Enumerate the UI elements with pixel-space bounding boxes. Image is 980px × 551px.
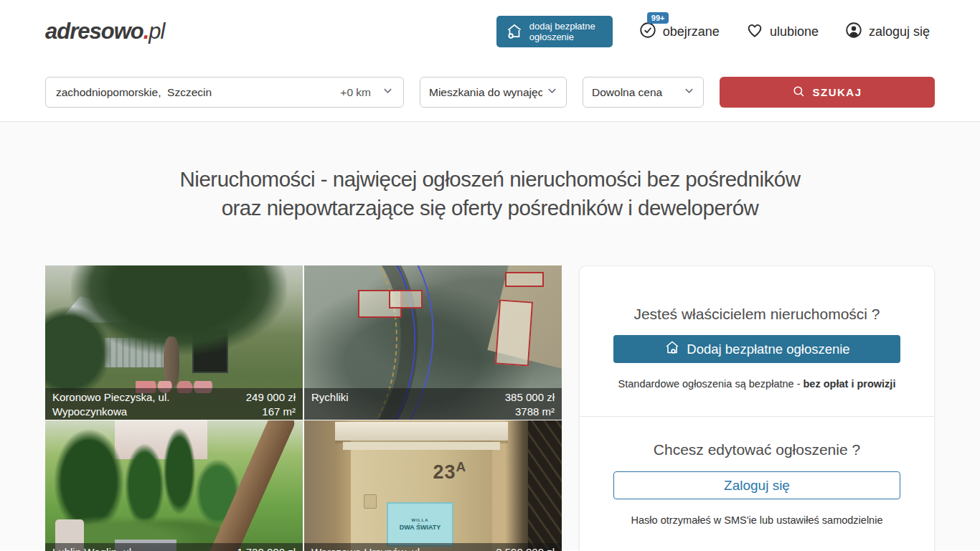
listing-price: 249 000 zł bbox=[246, 391, 296, 403]
owner-note-normal: Standardowe ogłoszenia są bezpłatne - bbox=[618, 378, 804, 390]
listing-area: 167 m² bbox=[262, 405, 296, 418]
add-listing-label: dodaj bezpłatne ogłoszenie bbox=[529, 21, 604, 42]
owner-panel: Jesteś właścicielem nieruchomości ? Doda… bbox=[579, 265, 935, 551]
listing-card[interactable]: Lublin Węglin, ul. 1 720 000 zł bbox=[45, 420, 303, 551]
viewed-count-badge: 99+ bbox=[647, 12, 669, 24]
listing-area: 3788 m² bbox=[515, 405, 555, 418]
heart-icon bbox=[745, 21, 764, 43]
favorites-label: ulubione bbox=[770, 24, 819, 39]
location-input[interactable] bbox=[56, 86, 340, 99]
search-icon bbox=[792, 85, 806, 100]
page-title-line1: Nieruchomości - najwięcej ogłoszeń nieru… bbox=[180, 167, 801, 191]
main-content: Nieruchomości - najwięcej ogłoszeń nieru… bbox=[0, 122, 980, 550]
photo-shape bbox=[528, 420, 562, 551]
chevron-down-icon[interactable] bbox=[382, 85, 393, 99]
photo-house-number: 23A bbox=[433, 459, 467, 484]
add-free-listing-label: Dodaj bezpłatne ogłoszenie bbox=[687, 342, 849, 357]
chevron-down-icon bbox=[684, 85, 694, 99]
listing-price-area: 249 000 zł 167 m² bbox=[246, 390, 296, 420]
listing-price-area: 1 720 000 zł bbox=[237, 545, 296, 551]
photo-shape bbox=[505, 272, 544, 288]
login-menu-item[interactable]: zaloguj się bbox=[844, 21, 930, 43]
chevron-down-icon bbox=[547, 85, 557, 99]
page-title-line2: oraz niepowtarzające się oferty pośredni… bbox=[222, 196, 759, 220]
photo-shape bbox=[495, 300, 533, 367]
listing-title: Rychliki bbox=[311, 390, 349, 420]
listings-grid: Koronowo Pieczyska, ul. Wypoczynkowa 249… bbox=[45, 265, 562, 551]
photo-plaque: WILLA DWA ŚWIATY bbox=[387, 502, 453, 547]
search-button-label: SZUKAJ bbox=[812, 86, 862, 98]
owner-note: Standardowe ogłoszenia są bezpłatne - be… bbox=[580, 378, 934, 390]
photo-shape bbox=[164, 336, 179, 387]
photo-shape bbox=[343, 442, 500, 450]
house-plus-icon bbox=[664, 339, 681, 359]
person-circle-icon bbox=[844, 21, 863, 43]
listing-price-area: 385 000 zł 3788 m² bbox=[505, 390, 555, 420]
photo-shape bbox=[71, 265, 288, 355]
edit-heading: Chcesz edytować ogłoszenie ? bbox=[580, 441, 934, 458]
photo-house-letter: A bbox=[456, 459, 467, 474]
price-value: Dowolna cena bbox=[592, 86, 679, 99]
topbar-actions: dodaj bezpłatne ogłoszenie 99+ obejrzane bbox=[496, 0, 930, 63]
listing-price: 385 000 zł bbox=[505, 391, 555, 403]
house-plus-icon bbox=[505, 22, 524, 42]
photo-house-number-digits: 23 bbox=[433, 461, 456, 483]
radius-value[interactable]: +0 km bbox=[340, 86, 371, 99]
listing-title: Warszawa Ursynów, ul. bbox=[311, 545, 423, 551]
top-bar: adresowo.pl dodaj bezpłatne ogłoszenie 9… bbox=[0, 0, 980, 63]
listing-title: Lublin Węglin, ul. bbox=[52, 545, 134, 551]
owner-heading: Jesteś właścicielem nieruchomości ? bbox=[580, 306, 934, 323]
check-circle-icon bbox=[639, 21, 657, 43]
listing-overlay: Koronowo Pieczyska, ul. Wypoczynkowa 249… bbox=[45, 388, 303, 420]
login-button[interactable]: Zaloguj się bbox=[613, 471, 900, 499]
plaque-line2: DWA ŚWIATY bbox=[400, 524, 441, 531]
add-free-listing-button[interactable]: Dodaj bezpłatne ogłoszenie bbox=[613, 335, 900, 363]
listing-price: 2 590 000 zł bbox=[496, 546, 555, 551]
viewed-label: obejrzane bbox=[663, 24, 720, 39]
listing-card[interactable]: 23A WILLA DWA ŚWIATY Warszawa Ursynów, u… bbox=[304, 420, 562, 551]
category-select[interactable]: Mieszkania do wynajęcia bbox=[420, 77, 567, 108]
listing-overlay: Warszawa Ursynów, ul. 2 590 000 zł bbox=[304, 543, 562, 551]
listing-card[interactable]: Rychliki 385 000 zł 3788 m² bbox=[304, 265, 562, 420]
owner-note-bold: bez opłat i prowizji bbox=[804, 378, 896, 390]
viewed-menu-item[interactable]: 99+ obejrzane bbox=[639, 21, 720, 43]
location-box: +0 km bbox=[45, 77, 404, 108]
photo-shape bbox=[389, 290, 423, 309]
edit-note: Hasło otrzymałeś w SMS'ie lub ustawiłeś … bbox=[580, 514, 934, 526]
logo-tld: pl bbox=[149, 19, 164, 44]
content-row: Koronowo Pieczyska, ul. Wypoczynkowa 249… bbox=[45, 265, 562, 551]
category-value: Mieszkania do wynajęcia bbox=[429, 86, 542, 99]
page: adresowo.pl dodaj bezpłatne ogłoszenie 9… bbox=[0, 0, 980, 551]
photo-shape bbox=[364, 494, 377, 508]
listing-overlay: Lublin Węglin, ul. 1 720 000 zł bbox=[45, 543, 303, 551]
login-label: zaloguj się bbox=[869, 24, 930, 39]
listing-card[interactable]: Koronowo Pieczyska, ul. Wypoczynkowa 249… bbox=[45, 265, 303, 420]
listing-overlay: Rychliki 385 000 zł 3788 m² bbox=[304, 388, 562, 420]
listing-price: 1 720 000 zł bbox=[237, 546, 296, 551]
favorites-menu-item[interactable]: ulubione bbox=[745, 21, 819, 43]
photo-shape bbox=[335, 422, 508, 441]
logo[interactable]: adresowo.pl bbox=[45, 19, 164, 44]
search-bar: +0 km Mieszkania do wynajęcia Dowolna ce… bbox=[0, 63, 980, 122]
add-listing-button[interactable]: dodaj bezpłatne ogłoszenie bbox=[496, 16, 613, 47]
panel-divider bbox=[580, 416, 934, 417]
listing-price-area: 2 590 000 zł bbox=[496, 545, 555, 551]
logo-main: adresowo bbox=[45, 19, 143, 44]
search-button[interactable]: SZUKAJ bbox=[720, 77, 935, 108]
plaque-line1: WILLA bbox=[412, 518, 429, 522]
listing-title: Koronowo Pieczyska, ul. Wypoczynkowa bbox=[52, 390, 214, 420]
price-select[interactable]: Dowolna cena bbox=[583, 77, 704, 108]
page-title: Nieruchomości - najwięcej ogłoszeń nieru… bbox=[0, 122, 980, 222]
